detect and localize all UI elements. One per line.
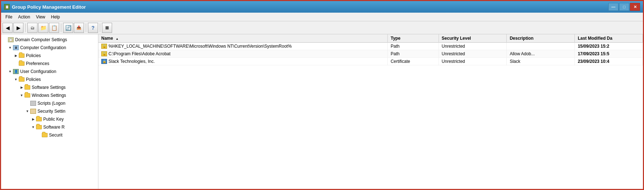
folder-icon-ws (24, 93, 31, 98)
column-header-type[interactable]: Type (387, 34, 439, 43)
expand-icon-pref (13, 61, 18, 66)
folder-icon-pk (36, 117, 42, 122)
expand-icon-scripts (25, 101, 30, 106)
sidebar-item-domain[interactable]: 📋 Domain Computer Settings (1, 36, 98, 44)
expand-icon-policies2: ▼ (13, 77, 18, 82)
sidebar-label-comp: Computer Configuration (20, 45, 66, 50)
row-1-security: Unrestricted (439, 43, 507, 50)
table-header-row: Name ▲ Type Security Level Description L… (98, 34, 643, 43)
table-row[interactable]: 🔒 C:\Program Files\Adobe Acrobat Path Un… (98, 50, 643, 58)
folder-icon-sw (24, 85, 31, 90)
back-button[interactable]: ◀ (3, 23, 13, 33)
expand-icon-user: ▼ (8, 69, 13, 74)
column-header-name[interactable]: Name ▲ (98, 34, 387, 43)
sidebar-label-sec: Security Settin (37, 109, 65, 114)
view-button[interactable]: ▦ (102, 23, 112, 33)
table-row[interactable]: 🔒 Slack Technologies, Inc. Certificate U… (98, 58, 643, 65)
sidebar-item-software-settings[interactable]: ▶ Software Settings (1, 83, 98, 91)
sidebar-label-domain: Domain Computer Settings (15, 37, 67, 42)
menu-bar: File Action View Help (1, 13, 643, 21)
sidebar-item-preferences[interactable]: Preferences (1, 60, 98, 68)
sidebar-item-windows-settings[interactable]: ▼ Windows Settings (1, 91, 98, 99)
expand-icon-pk: ▶ (31, 117, 36, 122)
computer-icon: 🖥 (13, 45, 19, 50)
export-button[interactable]: 📤 (74, 23, 84, 33)
toolbar: ◀ ▶ 🗂 📁 📋 🔄 📤 ? ▦ (1, 21, 643, 34)
policy-icon: 📋 (8, 37, 14, 42)
toolbar-separator-2 (61, 23, 61, 32)
sidebar-item-policies2[interactable]: ▼ Policies (1, 75, 98, 83)
content-table: Name ▲ Type Security Level Description L… (98, 34, 643, 65)
help-button[interactable]: ? (88, 23, 98, 33)
folder-icon-s2 (41, 133, 48, 138)
column-header-modified[interactable]: Last Modified Da (575, 34, 643, 43)
column-header-description[interactable]: Description (507, 34, 575, 43)
row-2-icon: 🔒 (101, 51, 107, 56)
row-3-name: 🔒 Slack Technologies, Inc. (98, 58, 387, 65)
menu-help[interactable]: Help (48, 14, 63, 20)
expand-icon-ws: ▼ (19, 93, 24, 98)
window-title: Group Policy Management Editor (12, 4, 86, 10)
forward-button[interactable]: ▶ (13, 23, 23, 33)
row-1-type: Path (387, 43, 439, 50)
maximize-button[interactable]: □ (619, 3, 629, 11)
show-tree-button[interactable]: 🗂 (27, 23, 37, 33)
close-button[interactable]: ✕ (630, 3, 640, 11)
security-icon (30, 109, 36, 114)
sidebar-label-scripts: Scripts (Logon (37, 101, 65, 106)
sidebar-label-sw: Software Settings (32, 85, 66, 90)
toolbar-separator-3 (86, 23, 86, 32)
folder-icon-pref (18, 61, 25, 66)
content-area: Name ▲ Type Security Level Description L… (98, 34, 643, 189)
toolbar-separator-4 (100, 23, 100, 32)
sidebar-item-computer-config[interactable]: ▼ 🖥 Computer Configuration (1, 44, 98, 52)
expand-icon-sw: ▶ (19, 85, 24, 90)
row-2-name: 🔒 C:\Program Files\Adobe Acrobat (98, 50, 387, 58)
row-2-security: Unrestricted (439, 50, 507, 58)
row-3-modified: 23/09/2023 10:4 (575, 58, 643, 65)
menu-action[interactable]: Action (15, 14, 33, 20)
sidebar-label-pk: Public Key (43, 117, 64, 122)
user-icon: 👤 (13, 69, 19, 74)
copy-button[interactable]: 📋 (49, 23, 59, 33)
row-1-description (507, 43, 575, 50)
title-buttons: — □ ✕ (608, 3, 640, 11)
row-2-type: Path (387, 50, 439, 58)
window-icon: 📋 (4, 4, 10, 10)
sidebar-item-user-config[interactable]: ▼ 👤 User Configuration (1, 68, 98, 75)
sidebar-item-policies[interactable]: ▶ Policies (1, 52, 98, 60)
row-3-icon: 🔒 (101, 59, 107, 64)
sidebar-label-s2: Securit (49, 133, 62, 138)
row-1-modified: 15/09/2023 15:2 (575, 43, 643, 50)
refresh-button[interactable]: 🔄 (63, 23, 73, 33)
folder-icon-sr (36, 125, 42, 130)
row-3-security: Unrestricted (439, 58, 507, 65)
menu-file[interactable]: File (3, 14, 15, 20)
folder-button[interactable]: 📁 (38, 23, 48, 33)
row-1-icon: 🔒 (101, 44, 107, 49)
column-header-security[interactable]: Security Level (439, 34, 507, 43)
minimize-button[interactable]: — (608, 3, 618, 11)
expand-icon-sec: ▼ (25, 109, 30, 114)
sidebar-label-policies: Policies (26, 53, 41, 58)
sidebar-item-scripts[interactable]: Scripts (Logon (1, 99, 98, 107)
toolbar-separator-1 (25, 23, 26, 32)
folder-icon-policies (18, 53, 25, 58)
scripts-icon (30, 101, 36, 106)
title-bar: 📋 Group Policy Management Editor — □ ✕ (1, 1, 643, 13)
sidebar: 📋 Domain Computer Settings ▼ 🖥 Computer … (1, 34, 98, 189)
expand-icon-comp: ▼ (8, 45, 13, 50)
main-area: 📋 Domain Computer Settings ▼ 🖥 Computer … (1, 34, 643, 189)
sidebar-label-ws: Windows Settings (32, 93, 66, 98)
sidebar-item-public-key[interactable]: ▶ Public Key (1, 115, 98, 123)
sidebar-item-security-settings[interactable]: ▼ Security Settin (1, 107, 98, 115)
table-row[interactable]: 🔒 %HKEY_LOCAL_MACHINE\SOFTWARE\Microsoft… (98, 43, 643, 50)
expand-icon-s2 (36, 133, 41, 138)
menu-view[interactable]: View (33, 14, 48, 20)
row-2-modified: 17/09/2023 15:5 (575, 50, 643, 58)
sidebar-label-sr: Software R (43, 125, 65, 130)
sidebar-item-securit2[interactable]: Securit (1, 131, 98, 139)
sidebar-label-policies2: Policies (26, 77, 41, 82)
title-bar-left: 📋 Group Policy Management Editor (4, 4, 86, 10)
sidebar-item-software-r[interactable]: ▼ Software R (1, 123, 98, 131)
